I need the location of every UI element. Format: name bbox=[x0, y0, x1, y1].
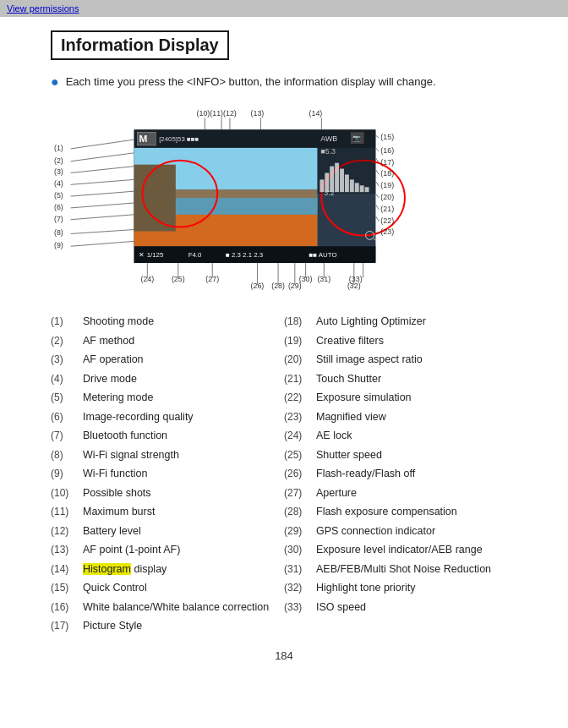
svg-line-66 bbox=[375, 194, 379, 198]
item-label: Battery level bbox=[83, 524, 284, 539]
item-num: (10) bbox=[51, 486, 83, 501]
svg-line-68 bbox=[375, 205, 379, 210]
svg-line-26 bbox=[71, 203, 134, 208]
svg-text:AWB: AWB bbox=[320, 134, 337, 143]
right-column: (18) Auto Lighting Optimizer (19) Creati… bbox=[284, 313, 517, 637]
item-label: AF method bbox=[83, 334, 284, 349]
intro-body: Each time you press the <INFO> button, t… bbox=[66, 74, 436, 90]
item-label: Wi-Fi function bbox=[83, 467, 284, 482]
item-num: (7) bbox=[51, 429, 83, 443]
list-item: (30) Exposure level indicator/AEB range bbox=[284, 541, 517, 561]
svg-text:(13): (13) bbox=[251, 109, 265, 118]
svg-line-22 bbox=[71, 179, 134, 184]
svg-text:(10)(11)(12): (10)(11)(12) bbox=[197, 109, 237, 118]
svg-text:(5): (5) bbox=[54, 191, 63, 200]
top-bar-link[interactable]: View permissions bbox=[7, 3, 79, 14]
item-num: (4) bbox=[51, 372, 83, 386]
item-label: Touch Shutter bbox=[316, 372, 517, 387]
svg-text:(18): (18) bbox=[380, 169, 394, 178]
svg-line-63 bbox=[375, 181, 379, 186]
item-label: Aperture bbox=[316, 486, 517, 501]
item-label: Quick Control bbox=[83, 581, 284, 596]
svg-rect-46 bbox=[340, 168, 344, 192]
svg-text:(14): (14) bbox=[309, 109, 323, 118]
svg-text:■ 2.3 2.1 2.3: ■ 2.3 2.1 2.3 bbox=[226, 251, 264, 259]
item-label: Image-recording quality bbox=[83, 410, 284, 425]
list-item: (33) ISO speed bbox=[284, 598, 517, 617]
item-num: (11) bbox=[51, 505, 83, 519]
item-num: (28) bbox=[284, 505, 316, 519]
item-num: (31) bbox=[284, 562, 316, 577]
svg-text:(23): (23) bbox=[380, 227, 394, 236]
list-item: (22) Exposure simulation bbox=[284, 389, 517, 408]
svg-text:(7): (7) bbox=[54, 214, 63, 222]
item-num: (23) bbox=[284, 410, 316, 424]
list-item: (32) Highlight tone priority bbox=[284, 579, 517, 599]
page-number: 184 bbox=[51, 649, 517, 662]
svg-line-16 bbox=[71, 140, 134, 149]
item-num: (20) bbox=[284, 353, 316, 367]
svg-line-30 bbox=[71, 229, 134, 233]
histogram-highlight: Histogram bbox=[83, 563, 131, 575]
item-num: (25) bbox=[284, 448, 316, 463]
svg-line-56 bbox=[375, 148, 379, 151]
list-item: (3) AF operation bbox=[51, 351, 284, 370]
svg-line-61 bbox=[375, 169, 379, 174]
svg-text:■■ AUTO: ■■ AUTO bbox=[309, 251, 337, 259]
list-item: (6) Image-recording quality bbox=[51, 408, 284, 427]
item-label: Exposure simulation bbox=[316, 391, 517, 406]
item-num: (5) bbox=[51, 391, 83, 405]
item-num: (32) bbox=[284, 581, 316, 595]
bullet: ● bbox=[51, 74, 59, 91]
item-num: (18) bbox=[284, 315, 316, 329]
svg-text:(9): (9) bbox=[54, 241, 63, 249]
item-label: Highlight tone priority bbox=[316, 581, 517, 596]
list-item: (27) Aperture bbox=[284, 484, 517, 503]
item-num: (9) bbox=[51, 467, 83, 481]
item-label: Flash-ready/Flash off bbox=[316, 467, 517, 482]
item-label: Still image aspect ratio bbox=[316, 353, 517, 368]
svg-text:■5.3: ■5.3 bbox=[320, 147, 336, 156]
item-num: (26) bbox=[284, 467, 316, 481]
svg-line-28 bbox=[71, 215, 134, 220]
svg-text:(3): (3) bbox=[54, 167, 63, 176]
item-num: (24) bbox=[284, 429, 316, 443]
item-num: (30) bbox=[284, 543, 316, 557]
svg-text:(6): (6) bbox=[54, 203, 63, 211]
item-num: (12) bbox=[51, 524, 83, 539]
list-item: (23) Magnified view bbox=[284, 408, 517, 427]
item-label: GPS connection indicator bbox=[316, 524, 517, 539]
item-label: Histogram display bbox=[83, 562, 284, 577]
item-label: Auto Lighting Optimizer bbox=[316, 315, 517, 330]
item-label: Maximum burst bbox=[83, 505, 284, 520]
svg-line-53 bbox=[375, 135, 379, 138]
svg-text:✕  1/125: ✕ 1/125 bbox=[139, 251, 164, 259]
item-label: Metering mode bbox=[83, 391, 284, 406]
svg-rect-49 bbox=[355, 183, 359, 192]
left-column: (1) Shooting mode (2) AF method (3) AF o… bbox=[51, 313, 284, 637]
item-num: (15) bbox=[51, 581, 83, 595]
svg-text:(20): (20) bbox=[380, 193, 394, 201]
svg-rect-50 bbox=[360, 185, 364, 192]
list-item: (24) AE lock bbox=[284, 427, 517, 446]
svg-text:(21): (21) bbox=[380, 205, 394, 213]
list-item: (19) Creative filters bbox=[284, 331, 517, 351]
svg-text:3:2: 3:2 bbox=[324, 189, 334, 197]
list-item: (12) Battery level bbox=[51, 522, 284, 541]
item-num: (21) bbox=[284, 372, 316, 386]
list-item: (9) Wi-Fi function bbox=[51, 465, 284, 484]
item-label: Shutter speed bbox=[316, 448, 517, 463]
list-item: (1) Shooting mode bbox=[51, 313, 284, 332]
item-num: (16) bbox=[51, 600, 83, 615]
list-item: (8) Wi-Fi signal strength bbox=[51, 446, 284, 465]
list-item: (14) Histogram display bbox=[51, 560, 284, 579]
diagram-svg: (10)(11)(12) (13) (14) M [2405]53 ■ bbox=[51, 105, 517, 299]
list-item: (7) Bluetooth function bbox=[51, 427, 284, 446]
svg-text:M: M bbox=[139, 133, 147, 145]
svg-text:(17): (17) bbox=[380, 157, 394, 166]
item-num: (27) bbox=[284, 486, 316, 501]
svg-text:(15): (15) bbox=[380, 133, 394, 141]
svg-rect-48 bbox=[350, 179, 354, 192]
svg-text:(4): (4) bbox=[54, 179, 63, 188]
list-item: (20) Still image aspect ratio bbox=[284, 351, 517, 370]
